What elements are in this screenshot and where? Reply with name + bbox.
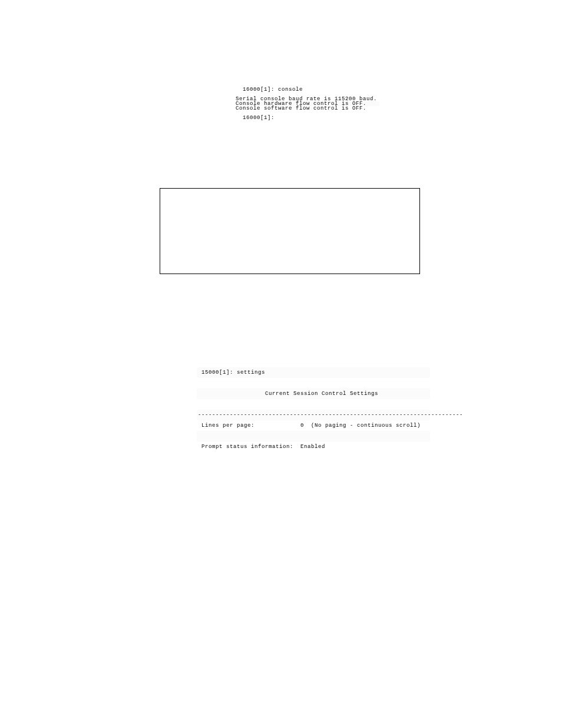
blank-line — [234, 120, 379, 125]
console-prompt-line-2: 16000[1]: — [234, 116, 379, 120]
blank-line — [197, 431, 430, 442]
settings-prompt-status: Prompt status information: Enabled — [197, 442, 430, 452]
blank-line — [197, 378, 430, 388]
settings-divider-line: ----------------------------------------… — [197, 410, 430, 420]
empty-frame — [160, 188, 420, 274]
settings-prompt-line: 15000[1]: settings — [197, 367, 430, 378]
settings-lines-per-page: Lines per page: 0 (No paging - continuou… — [197, 420, 430, 431]
settings-output-block: 15000[1]: settings Current Session Contr… — [197, 367, 430, 452]
console-swflow-line: Console software flow control is OFF. — [234, 106, 379, 111]
blank-line — [197, 399, 430, 410]
console-prompt-line: 16000[1]: console — [234, 87, 379, 92]
console-output-block: 16000[1]: console Serial console baud ra… — [234, 87, 379, 125]
settings-title-line: Current Session Control Settings — [197, 388, 430, 399]
